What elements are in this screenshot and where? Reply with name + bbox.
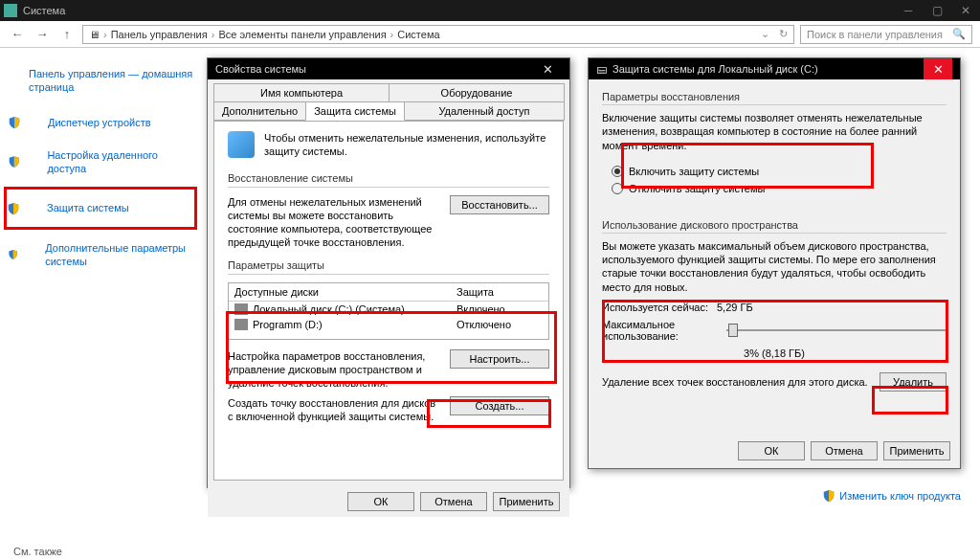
- close-icon[interactable]: ✕: [924, 58, 952, 79]
- delete-button[interactable]: Удалить: [880, 372, 947, 392]
- seealso-label: См. также: [8, 546, 193, 557]
- drive-status: Включено: [457, 303, 543, 315]
- usage-max-label: Максимальное использование:: [602, 319, 717, 342]
- group-usage: Использование дискового пространства: [602, 219, 947, 234]
- col-drives: Доступные диски: [234, 286, 457, 298]
- toolbar: ← → ↑ 🖥 › Панель управления › Все элемен…: [0, 21, 980, 48]
- cancel-button[interactable]: Отмена: [420, 492, 487, 511]
- sidebar-item-devmgr[interactable]: Диспетчер устройств: [8, 106, 193, 139]
- nav-forward[interactable]: →: [33, 25, 52, 44]
- refresh-icon[interactable]: ↻: [779, 28, 788, 40]
- tab-hardware[interactable]: Оборудование: [389, 83, 565, 102]
- tabstrip: Имя компьютера Оборудование Дополнительн…: [208, 79, 569, 121]
- search-placeholder: Поиск в панели управления: [807, 29, 943, 40]
- drive-name: Programm (D:): [253, 319, 323, 330]
- group-params: Параметры восстановления: [602, 91, 947, 105]
- tab-remote[interactable]: Удаленный доступ: [404, 101, 565, 121]
- restore-icon: [228, 131, 255, 158]
- apply-button[interactable]: Применить: [493, 492, 560, 511]
- configure-desc: Настройка параметров восстановления, упр…: [228, 349, 440, 391]
- sidebar-home[interactable]: Панель управления — домашняя страница: [8, 59, 193, 106]
- drive-icon: 🖴: [596, 63, 607, 75]
- cancel-button[interactable]: Отмена: [811, 441, 878, 460]
- params-desc: Включение защиты системы позволяет отмен…: [602, 111, 947, 152]
- system-icon: [4, 4, 17, 17]
- sidebar-item-remote[interactable]: Настройка удаленного доступа: [8, 139, 193, 186]
- dialog-system-properties: Свойства системы ✕ Имя компьютера Оборуд…: [207, 57, 570, 488]
- sidebar-item-advanced[interactable]: Дополнительные параметры системы: [8, 232, 193, 279]
- window-title: Система: [23, 5, 65, 16]
- group-restore: Восстановление системы: [228, 172, 549, 188]
- shield-icon: [8, 116, 21, 129]
- search-input[interactable]: Поиск в панели управления 🔍: [800, 25, 972, 44]
- usage-now-label: Используется сейчас:: [602, 302, 717, 313]
- restore-desc: Для отмены нежелательных изменений систе…: [228, 195, 440, 250]
- drive-icon: [234, 303, 248, 315]
- maximize-button[interactable]: ▢: [923, 0, 951, 21]
- minimize-button[interactable]: ─: [894, 0, 923, 21]
- configure-button[interactable]: Настроить...: [450, 349, 549, 369]
- window-titlebar: Система ─ ▢ ✕: [0, 0, 980, 21]
- monitor-icon: 🖥: [89, 29, 100, 40]
- change-key-link[interactable]: Изменить ключ продукта: [822, 489, 961, 503]
- tab-protection[interactable]: Защита системы: [305, 101, 405, 121]
- link-label: Изменить ключ продукта: [839, 490, 961, 502]
- dialog-protection-config: 🖴 Защита системы для Локальный диск (C:)…: [588, 57, 961, 469]
- sidebar-item-label: Диспетчер устройств: [27, 110, 151, 135]
- sidebar-item-label: Настройка удаленного доступа: [26, 143, 193, 182]
- shield-icon: [822, 489, 835, 503]
- nav-back[interactable]: ←: [8, 25, 27, 44]
- ok-button[interactable]: ОК: [347, 492, 414, 511]
- sidebar: Панель управления — домашняя страница Ди…: [0, 48, 201, 560]
- usage-desc: Вы можете указать максимальный объем дис…: [602, 239, 947, 294]
- sidebar-item-protection[interactable]: Защита системы: [7, 191, 194, 224]
- drive-status: Отключено: [457, 319, 543, 330]
- create-desc: Создать точку восстановления для дисков …: [228, 396, 440, 424]
- delete-desc: Удаление всех точек восстановления для э…: [602, 375, 870, 389]
- shield-icon: [8, 155, 20, 168]
- crumb-2[interactable]: Система: [397, 29, 439, 40]
- ok-button[interactable]: ОК: [738, 441, 805, 460]
- shield-icon: [8, 248, 18, 261]
- radio-label: Отключить защиту системы: [629, 183, 765, 194]
- tab-computername[interactable]: Имя компьютера: [213, 83, 390, 102]
- apply-button[interactable]: Применить: [883, 441, 950, 460]
- drive-name: Локальный диск (C:) (Система): [253, 303, 405, 315]
- radio-enable[interactable]: Включить защиту системы: [612, 166, 937, 177]
- drive-row[interactable]: Programm (D:) Отключено: [229, 317, 548, 332]
- usage-slider[interactable]: [726, 324, 947, 337]
- drive-row[interactable]: Локальный диск (C:) (Система) Включено: [229, 302, 548, 317]
- search-icon: 🔍: [952, 28, 966, 40]
- crumb-1[interactable]: Все элементы панели управления: [218, 29, 386, 40]
- dialog-title: Защита системы для Локальный диск (C:): [612, 63, 818, 75]
- drive-list[interactable]: Доступные диски Защита Локальный диск (C…: [228, 282, 549, 340]
- drive-icon: [234, 319, 248, 330]
- tab-advanced[interactable]: Дополнительно: [213, 101, 306, 121]
- nav-up[interactable]: ↑: [57, 25, 77, 44]
- close-button[interactable]: ✕: [951, 0, 980, 21]
- restore-button[interactable]: Восстановить...: [450, 195, 549, 214]
- radio-disable[interactable]: Отключить защиту системы: [612, 183, 937, 194]
- radio-label: Включить защиту системы: [629, 166, 759, 177]
- crumb-0[interactable]: Панель управления: [111, 29, 208, 40]
- sidebar-item-label: Защита системы: [26, 195, 129, 220]
- intro-text: Чтобы отменить нежелательные изменения, …: [264, 131, 549, 159]
- close-icon[interactable]: ✕: [533, 58, 562, 79]
- dialog-title: Свойства системы: [215, 63, 306, 75]
- usage-pct: 3% (8,18 ГБ): [602, 347, 947, 359]
- breadcrumb[interactable]: 🖥 › Панель управления › Все элементы пан…: [82, 25, 794, 44]
- create-button[interactable]: Создать...: [450, 396, 549, 415]
- shield-icon: [7, 202, 20, 215]
- col-status: Защита: [457, 286, 543, 298]
- usage-now-value: 5,29 ГБ: [717, 302, 753, 313]
- dropdown-icon[interactable]: ⌄: [761, 28, 769, 40]
- sidebar-item-label: Дополнительные параметры системы: [24, 235, 193, 275]
- group-protect: Параметры защиты: [228, 259, 549, 275]
